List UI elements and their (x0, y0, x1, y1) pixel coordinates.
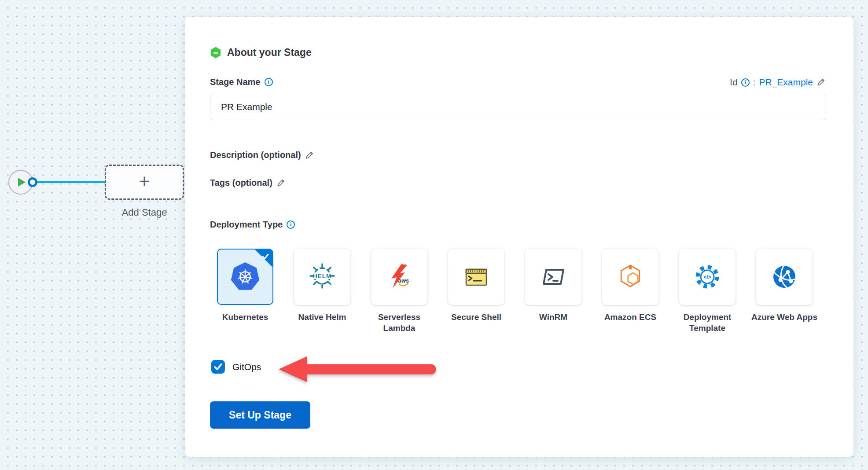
kubernetes-card[interactable] (217, 249, 273, 305)
tags-row: Tags (optional) (210, 178, 286, 188)
helm-icon: HELM (308, 263, 337, 291)
stage-id-row: Id i : PR_Example (730, 77, 826, 88)
edit-tags-pencil-icon[interactable] (276, 178, 286, 188)
deployment-option-azure-web-apps: Azure Web Apps (749, 249, 820, 334)
add-stage-label: Add Stage (100, 207, 188, 218)
deployment-option-deployment-template: </> Deployment Template (672, 249, 743, 334)
gitops-label: GitOps (232, 362, 261, 372)
deployment-template-card[interactable]: </> (679, 249, 736, 305)
svg-text:</>: </> (703, 274, 711, 280)
stage-name-label: Stage Name (210, 77, 261, 87)
deployment-option-amazon-ecs: Amazon ECS (595, 249, 666, 334)
card-label: Amazon ECS (604, 312, 656, 323)
deployment-type-row: Deployment Type i (210, 220, 295, 230)
gitops-checkbox[interactable] (211, 360, 225, 374)
info-icon[interactable]: i (741, 78, 750, 87)
svg-text:aws: aws (398, 277, 409, 284)
winrm-icon (539, 263, 567, 291)
amazon-ecs-icon (616, 263, 644, 291)
info-icon[interactable]: i (265, 78, 273, 86)
amazon-ecs-card[interactable] (602, 249, 658, 305)
serverless-lambda-card[interactable]: aws (371, 249, 427, 305)
svg-text:HELM: HELM (313, 273, 331, 279)
play-icon (18, 178, 26, 187)
set-up-stage-button[interactable]: Set Up Stage (210, 401, 310, 429)
info-icon[interactable]: i (287, 220, 295, 229)
check-icon (211, 360, 225, 374)
tags-label: Tags (optional) (210, 178, 272, 188)
deployment-option-kubernetes: Kubernetes (210, 249, 280, 334)
azure-web-apps-icon (770, 263, 798, 291)
serverless-lambda-icon: aws (385, 263, 413, 291)
deployment-template-icon: </> (693, 263, 721, 291)
azure-web-apps-card[interactable] (756, 249, 813, 305)
deployment-type-label: Deployment Type (210, 220, 283, 230)
id-separator: : (753, 77, 756, 88)
red-annotation-arrow (275, 352, 442, 387)
native-helm-card[interactable]: HELM (294, 249, 350, 305)
card-label: Serverless Lambda (364, 312, 434, 334)
card-label: Azure Web Apps (751, 312, 817, 323)
deployment-option-native-helm: HELM Native Helm (287, 249, 357, 334)
card-label: Native Helm (298, 312, 346, 323)
deployment-option-winrm: WinRM (518, 249, 588, 334)
panel-title: About your Stage (227, 47, 312, 59)
description-label: Description (optional) (210, 150, 301, 160)
stage-name-row: Stage Name i (210, 77, 273, 87)
panel-header: ∞ About your Stage (210, 47, 312, 59)
pipeline-connector-line (33, 181, 107, 183)
card-label: WinRM (539, 312, 567, 323)
stage-name-input[interactable] (210, 94, 826, 120)
about-stage-panel: ∞ About your Stage Stage Name i Id i : P… (185, 17, 853, 457)
plus-icon: + (139, 172, 150, 191)
stage-id-value[interactable]: PR_Example (759, 77, 813, 88)
gitops-row: GitOps (211, 360, 261, 374)
id-label: Id (730, 77, 738, 88)
secure-shell-icon (462, 263, 490, 291)
card-label: Kubernetes (222, 312, 268, 323)
winrm-card[interactable] (525, 249, 581, 305)
description-row: Description (optional) (210, 150, 315, 160)
edit-description-pencil-icon[interactable] (305, 151, 315, 160)
cd-stage-icon: ∞ (210, 47, 221, 59)
card-label: Deployment Template (672, 312, 743, 334)
card-label: Secure Shell (451, 312, 501, 323)
connector-anchor-node[interactable] (28, 177, 37, 187)
deployment-type-options: Kubernetes HE (210, 249, 820, 334)
deployment-option-secure-shell: Secure Shell (441, 249, 511, 334)
edit-id-pencil-icon[interactable] (817, 77, 826, 87)
selected-check-icon (260, 251, 271, 262)
secure-shell-card[interactable] (448, 249, 504, 305)
deployment-option-serverless-lambda: aws Serverless Lambda (364, 249, 434, 334)
add-stage-button[interactable]: + (105, 165, 184, 200)
